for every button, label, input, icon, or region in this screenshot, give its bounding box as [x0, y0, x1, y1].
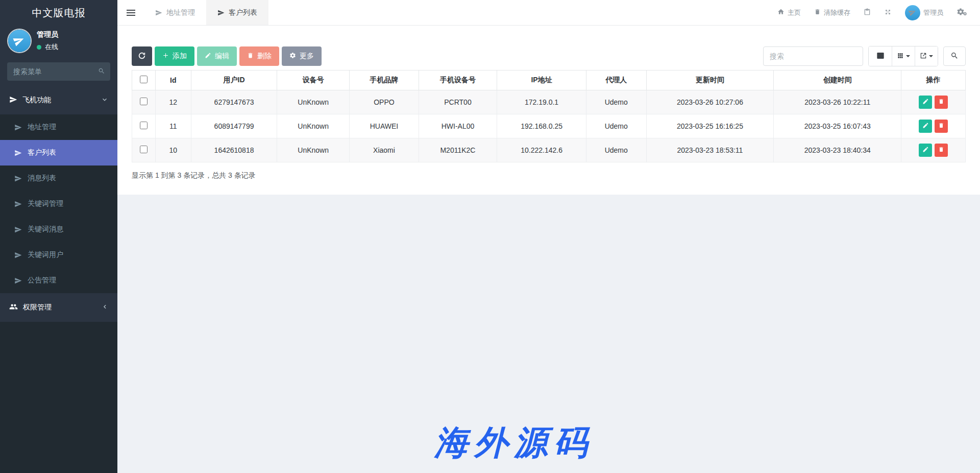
cell-updated: 2023-03-25 16:16:25 — [646, 114, 774, 138]
table-view-button-group — [868, 46, 938, 66]
sidebar-item-label: 消息列表 — [28, 174, 56, 183]
sidebar-item-customer-list[interactable]: 客户列表 — [0, 140, 117, 165]
edit-row-button[interactable] — [919, 144, 932, 157]
pencil-icon — [922, 122, 929, 130]
sidebar-item-label: 关键词管理 — [28, 199, 63, 208]
sidebar-item-address-management[interactable]: 地址管理 — [0, 114, 117, 140]
column-header-created: 创建时间 — [774, 70, 901, 90]
column-header-agent: 代理人 — [586, 70, 646, 90]
pagination-toggle-button[interactable] — [869, 46, 892, 66]
column-header-device-no: 设备号 — [277, 70, 350, 90]
delete-button-label: 删除 — [257, 52, 272, 61]
trash-icon — [938, 122, 944, 130]
delete-row-button[interactable] — [935, 96, 948, 109]
cell-created: 2023-03-25 16:07:43 — [774, 114, 901, 138]
row-checkbox[interactable] — [140, 146, 148, 153]
sidebar-item-label: 关键词用户 — [28, 250, 63, 259]
gear-icon — [289, 52, 296, 60]
edit-row-button[interactable] — [919, 96, 932, 109]
sidebar-item-keyword-management[interactable]: 关键词管理 — [0, 191, 117, 217]
nav-clear-cache-button[interactable]: 清除缓存 — [814, 8, 850, 17]
cell-id: 10 — [155, 138, 191, 162]
nav-paste-button[interactable] — [864, 8, 871, 17]
sidebar-search-input[interactable] — [7, 62, 110, 81]
row-checkbox[interactable] — [140, 122, 148, 129]
nav-user-menu[interactable]: 管理员 — [905, 5, 943, 20]
sidebar-item-keyword-users[interactable]: 关键词用户 — [0, 242, 117, 268]
nav-clear-cache-label: 清除缓存 — [824, 8, 850, 17]
cell-agent: Udemo — [586, 90, 646, 114]
table-search-input[interactable] — [763, 46, 863, 66]
search-toggle-button[interactable] — [943, 46, 966, 66]
avatar — [905, 5, 920, 20]
cell-updated: 2023-03-26 10:27:06 — [646, 90, 774, 114]
add-button[interactable]: 添加 — [155, 46, 194, 66]
sidebar-item-label: 地址管理 — [28, 123, 56, 132]
home-icon — [777, 8, 785, 17]
more-button[interactable]: 更多 — [282, 46, 322, 66]
delete-row-button[interactable] — [935, 120, 948, 133]
refresh-button[interactable] — [132, 46, 152, 66]
paste-icon — [864, 8, 871, 17]
sidebar-section-plane-functions[interactable]: 飞机功能 — [0, 86, 117, 114]
nav-settings-button[interactable] — [957, 8, 967, 17]
tab-customer-list[interactable]: 客户列表 — [206, 0, 268, 25]
sidebar-item-label: 公告管理 — [28, 276, 56, 285]
list-view-icon — [876, 52, 885, 61]
tab-label: 客户列表 — [229, 8, 257, 17]
caret-down-icon — [906, 55, 910, 57]
column-header-user-id: 用户ID — [191, 70, 277, 90]
columns-grid-icon — [897, 52, 904, 61]
sidebar-item-label: 关键词消息 — [28, 225, 63, 234]
pencil-icon — [205, 52, 211, 60]
cell-created: 2023-03-26 10:22:11 — [774, 90, 901, 114]
tab-label: 地址管理 — [166, 8, 195, 17]
delete-row-button[interactable] — [935, 144, 948, 157]
edit-button-label: 编辑 — [215, 52, 229, 61]
columns-dropdown-button[interactable] — [892, 46, 915, 66]
add-button-label: 添加 — [173, 52, 187, 61]
table-toolbar: 添加 编辑 删除 更多 — [132, 46, 966, 66]
users-icon — [9, 302, 18, 313]
sidebar-item-announcement-management[interactable]: 公告管理 — [0, 268, 117, 293]
sidebar-filler — [0, 322, 117, 473]
cell-user-id: 6279147673 — [191, 90, 277, 114]
chevron-left-icon — [102, 303, 108, 312]
select-all-checkbox[interactable] — [140, 76, 148, 83]
search-icon[interactable] — [98, 67, 105, 76]
pencil-icon — [922, 146, 929, 154]
cell-brand: HUAWEI — [350, 114, 419, 138]
toolbar-right — [763, 46, 966, 66]
nav-home-label: 主页 — [788, 8, 801, 17]
cell-user-id: 6089147799 — [191, 114, 277, 138]
top-navbar: 地址管理 客户列表 主页 清除缓存 — [117, 0, 980, 26]
user-status-label: 在线 — [45, 42, 58, 52]
sidebar-search — [7, 62, 110, 81]
cell-id: 12 — [155, 90, 191, 114]
nav-home-button[interactable]: 主页 — [777, 8, 801, 17]
cogs-icon — [957, 8, 967, 17]
cell-created: 2023-03-23 18:40:34 — [774, 138, 901, 162]
delete-button[interactable]: 删除 — [239, 46, 279, 66]
cell-brand: OPPO — [350, 90, 419, 114]
trash-icon — [938, 98, 944, 106]
sidebar-item-message-list[interactable]: 消息列表 — [0, 165, 117, 191]
edit-row-button[interactable] — [919, 120, 932, 133]
sidebar-section-permission-management[interactable]: 权限管理 — [0, 293, 117, 322]
refresh-icon — [138, 52, 146, 61]
paper-plane-icon — [155, 9, 162, 16]
export-dropdown-button[interactable] — [915, 46, 938, 66]
sidebar: 中文版电报 管理员 在线 飞机功能 — [0, 0, 117, 473]
column-header-ip: IP地址 — [497, 70, 586, 90]
tab-address-management[interactable]: 地址管理 — [144, 0, 206, 25]
cell-ip: 10.222.142.6 — [497, 138, 586, 162]
sidebar-item-keyword-messages[interactable]: 关键词消息 — [0, 217, 117, 242]
nav-fullscreen-button[interactable] — [884, 8, 892, 17]
row-checkbox[interactable] — [140, 98, 148, 105]
customer-table: Id 用户ID 设备号 手机品牌 手机设备号 IP地址 代理人 更新时间 创建时… — [132, 70, 966, 162]
edit-button[interactable]: 编辑 — [197, 46, 237, 66]
menu-toggle-button[interactable] — [117, 0, 144, 25]
nav-user-label: 管理员 — [923, 8, 943, 17]
content-card: 添加 编辑 删除 更多 — [117, 26, 980, 195]
cell-model: PCRT00 — [419, 90, 497, 114]
